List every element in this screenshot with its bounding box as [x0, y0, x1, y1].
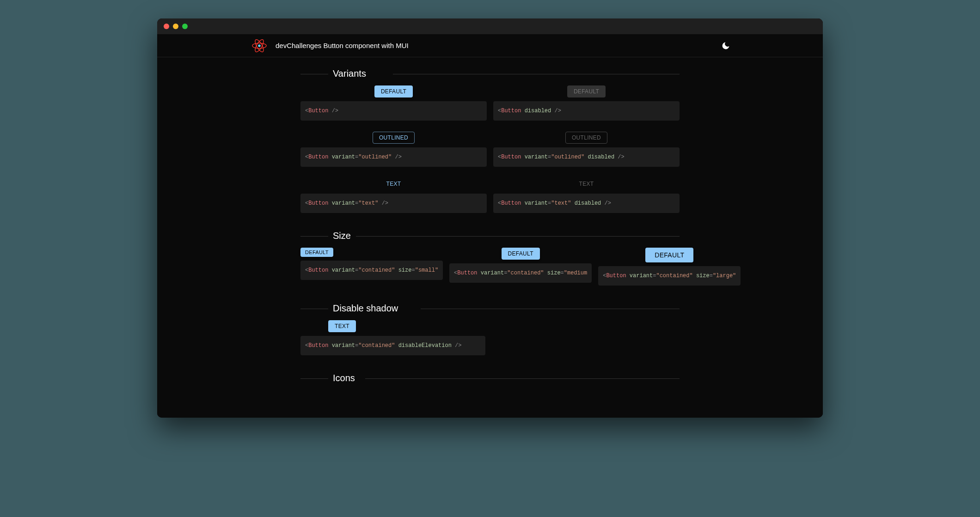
window-minimize-dot[interactable] — [173, 24, 178, 29]
demo-cell: Default <Button variant="contained" size… — [300, 248, 443, 286]
shadow-row: Text <Button variant="contained" disable… — [300, 320, 680, 355]
demo-cell: Outlined <Button variant="outlined" disa… — [493, 132, 680, 167]
browser-window: devChallenges Button component with MUI … — [157, 18, 823, 418]
size-row: Default <Button variant="contained" size… — [300, 248, 680, 286]
demo-cell: Text <Button variant="text" disabled /> — [493, 178, 680, 213]
code-block: <Button /> — [300, 101, 487, 121]
demo-cell: Outlined <Button variant="outlined" /> — [300, 132, 487, 167]
window-close-dot[interactable] — [164, 24, 169, 29]
variant-row: Default <Button /> Default <Button disab… — [300, 85, 680, 121]
window-titlebar — [157, 18, 823, 34]
code-block: <Button variant="contained" size="small" — [300, 261, 443, 280]
code-block: <Button disabled /> — [493, 101, 680, 121]
section-disable-shadow: Disable shadow Text <Button variant="con… — [300, 297, 680, 366]
section-size: Size Default <Button variant="contained"… — [300, 224, 680, 297]
code-block: <Button variant="contained" size="medium — [449, 263, 592, 283]
section-variants: Variants Default <Button /> Default <But… — [300, 62, 680, 224]
moon-icon — [721, 41, 730, 50]
button-text[interactable]: Text — [382, 178, 406, 190]
demo-cell: Text <Button variant="contained" disable… — [300, 320, 485, 355]
button-size-medium[interactable]: Default — [502, 248, 540, 260]
code-block: <Button variant="text" disabled /> — [493, 194, 680, 213]
demo-cell: Default <Button /> — [300, 85, 487, 121]
app-title: devChallenges Button component with MUI — [276, 42, 409, 49]
window-maximize-dot[interactable] — [182, 24, 188, 29]
button-no-elevation[interactable]: Text — [328, 320, 356, 332]
code-block: <Button variant="outlined" /> — [300, 147, 487, 167]
section-heading-variants: Variants — [300, 62, 680, 85]
code-block: <Button variant="contained" disableEleva… — [300, 336, 485, 355]
demo-cell: Default <Button variant="contained" size… — [449, 248, 592, 286]
demo-cell: Default <Button disabled /> — [493, 85, 680, 121]
demo-cell: Default <Button variant="contained" size… — [598, 248, 741, 286]
section-heading-icons: Icons — [300, 366, 680, 390]
demo-cell: Text <Button variant="text" /> — [300, 178, 487, 213]
code-block: <Button variant="text" /> — [300, 194, 487, 213]
react-icon — [250, 39, 269, 52]
code-block: <Button variant="contained" size="large" — [598, 266, 741, 286]
theme-toggle-button[interactable] — [721, 41, 730, 50]
section-heading-shadow: Disable shadow — [300, 297, 680, 320]
button-text-disabled: Text — [575, 178, 599, 190]
section-heading-size: Size — [300, 224, 680, 248]
variant-row: Text <Button variant="text" /> Text <But… — [300, 178, 680, 213]
variant-row: Outlined <Button variant="outlined" /> O… — [300, 132, 680, 167]
content-area: Variants Default <Button /> Default <But… — [157, 57, 823, 418]
button-outlined[interactable]: Outlined — [373, 132, 415, 144]
button-default-contained-disabled: Default — [567, 85, 606, 97]
button-outlined-disabled: Outlined — [565, 132, 607, 144]
section-icons: Icons — [300, 366, 680, 390]
header-left: devChallenges Button component with MUI — [250, 39, 409, 52]
app-header: devChallenges Button component with MUI — [157, 34, 823, 57]
svg-point-0 — [258, 44, 260, 47]
button-size-small[interactable]: Default — [300, 248, 333, 257]
button-size-large[interactable]: Default — [645, 248, 693, 262]
code-block: <Button variant="outlined" disabled /> — [493, 147, 680, 167]
button-default-contained[interactable]: Default — [374, 85, 413, 97]
